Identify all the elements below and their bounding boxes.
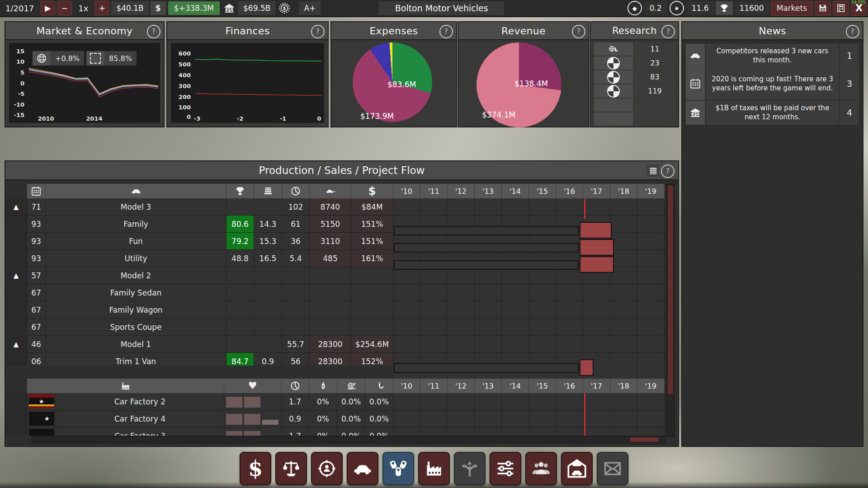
help-button[interactable]: ? xyxy=(311,25,325,38)
horizontal-scrollbar-thumb[interactable] xyxy=(630,437,659,442)
factory-flag: ★ xyxy=(27,427,56,436)
product-name[interactable]: Family Sedan xyxy=(46,284,226,301)
expand-arrow[interactable] xyxy=(5,301,27,318)
product-name[interactable]: Family xyxy=(46,216,226,232)
product-name[interactable]: Model 1 xyxy=(46,336,226,352)
product-name[interactable]: Family Wagon xyxy=(46,301,226,318)
expand-arrow[interactable]: ▲ xyxy=(5,198,27,215)
heart-icon[interactable]: ♥ xyxy=(224,379,281,393)
cash-flow[interactable]: $+338.3M xyxy=(168,1,220,15)
expand-arrow[interactable]: ▲ xyxy=(5,336,27,352)
horizontal-scrollbar[interactable] xyxy=(32,436,665,443)
factory-name[interactable]: Car Factory 2 xyxy=(56,393,224,410)
research-value[interactable]: 83 xyxy=(634,70,676,84)
revenue-title: Revenue ? xyxy=(458,22,589,40)
utilization-pie-icon[interactable] xyxy=(281,379,309,393)
expand-arrow[interactable] xyxy=(5,216,27,232)
stack-icon[interactable] xyxy=(254,184,282,198)
research-value[interactable]: 119 xyxy=(634,84,676,98)
factory-name[interactable]: Car Factory 3 xyxy=(56,427,224,436)
factories-button[interactable] xyxy=(418,452,450,485)
drivetrain-icon[interactable] xyxy=(594,56,633,70)
report-icon xyxy=(836,3,846,13)
gantt-cell xyxy=(393,427,665,436)
credit-rating[interactable]: A+ xyxy=(299,1,321,15)
product-name[interactable]: Model 2 xyxy=(46,267,226,284)
news-item[interactable]: Competitors released 3 new cars this mon… xyxy=(686,44,859,66)
help-button[interactable]: ? xyxy=(572,25,585,38)
government-button[interactable] xyxy=(275,452,307,485)
panel-title-text: News xyxy=(759,25,786,37)
expand-arrow[interactable] xyxy=(5,427,27,436)
table-row[interactable]: 67 Sports Coupe xyxy=(5,319,678,336)
cash-balance[interactable]: $40.1B xyxy=(111,1,148,15)
star-rating-value[interactable]: 11.6 xyxy=(687,1,714,15)
save-button[interactable] xyxy=(815,1,831,16)
distribution-button[interactable] xyxy=(454,452,486,485)
expand-arrow[interactable] xyxy=(5,284,27,301)
table-row[interactable]: ▲ 46 Model 1 55.7 28300 $254.6M xyxy=(5,336,678,353)
dollar-icon[interactable]: $ xyxy=(351,184,393,198)
view-toggle-button[interactable] xyxy=(647,164,659,177)
speed-down-button[interactable]: − xyxy=(57,1,72,15)
table-row[interactable]: 93 Family 80.6 14.3 61 5150 151% xyxy=(5,216,678,233)
vertical-scrollbar-thumb[interactable] xyxy=(667,185,674,394)
mail-button[interactable] xyxy=(597,452,628,485)
tax-amount[interactable]: $69.5B xyxy=(238,1,275,15)
expand-arrow[interactable] xyxy=(5,393,27,410)
hook-icon[interactable] xyxy=(365,379,393,393)
snail-icon[interactable] xyxy=(337,379,365,393)
expand-arrow[interactable]: ▲ xyxy=(5,267,27,284)
product-name[interactable]: Utility xyxy=(46,250,226,267)
dealerships-button[interactable] xyxy=(561,452,593,485)
market-share-value: 85.8% xyxy=(104,51,137,66)
prestige-value[interactable]: 0.2 xyxy=(645,1,667,15)
product-name[interactable]: Sports Coupe xyxy=(46,319,226,335)
trophy-points[interactable]: 11600 xyxy=(735,1,769,15)
factory-icon[interactable] xyxy=(27,379,224,393)
news-item[interactable]: $ $1B of taxes will be paid over the nex… xyxy=(686,101,859,123)
play-button[interactable]: ▶ xyxy=(40,1,55,15)
units-produced-icon[interactable] xyxy=(310,184,351,198)
drivetrain-icon[interactable] xyxy=(594,84,633,98)
reports-button[interactable] xyxy=(833,1,849,16)
table-row[interactable]: ★ Car Factory 3 1.7 0% 0.0% 0.0% xyxy=(5,427,678,436)
marketing-button[interactable] xyxy=(311,452,343,485)
components-button[interactable] xyxy=(382,452,414,485)
vehicles-button[interactable] xyxy=(347,452,378,485)
table-row[interactable]: ▲ 71 Model 3 102 8740 $84M xyxy=(5,198,678,216)
help-button[interactable]: ? xyxy=(846,25,859,38)
drivetrain-icon[interactable] xyxy=(594,70,633,84)
assembly-settings-button[interactable] xyxy=(490,452,521,485)
calendar-icon[interactable] xyxy=(27,184,46,198)
help-button[interactable]: ? xyxy=(661,164,675,178)
product-name[interactable]: Model 3 xyxy=(46,198,226,215)
table-row[interactable]: ★ Car Factory 4 0.9 0% 0.0% 0.0% xyxy=(5,410,678,427)
expand-arrow[interactable] xyxy=(5,233,27,249)
help-button[interactable]: ? xyxy=(661,25,675,38)
expand-arrow[interactable] xyxy=(5,410,27,427)
finances-button[interactable]: $ xyxy=(240,452,271,485)
medal-icon[interactable] xyxy=(309,379,337,393)
markets-button[interactable]: Markets xyxy=(771,1,813,16)
product-name[interactable]: Fun xyxy=(46,233,226,249)
table-row[interactable]: 67 Family Sedan xyxy=(5,284,678,301)
research-value[interactable]: 11 xyxy=(634,42,676,56)
vertical-scrollbar[interactable] xyxy=(666,184,675,437)
help-button[interactable]: ? xyxy=(147,25,160,38)
expand-arrow[interactable] xyxy=(5,319,27,335)
help-button[interactable]: ? xyxy=(439,25,453,38)
factory-name[interactable]: Car Factory 4 xyxy=(56,410,224,427)
table-row[interactable]: 67 Family Wagon xyxy=(5,301,678,319)
research-table: 11 23 83 119 xyxy=(594,42,676,126)
pie-icon[interactable] xyxy=(282,184,310,198)
chassis-icon[interactable] xyxy=(594,42,633,56)
car-icon[interactable] xyxy=(46,184,226,198)
news-item[interactable]: 2020 is coming up fast! There are 3 year… xyxy=(686,67,859,100)
speed-up-button[interactable]: + xyxy=(94,1,109,15)
trophy-icon[interactable] xyxy=(226,184,254,198)
table-row[interactable]: ★ Car Factory 2 1.7 0% 0.0% 0.0% xyxy=(5,393,678,410)
personnel-button[interactable] xyxy=(525,452,557,485)
research-value[interactable]: 23 xyxy=(634,56,676,70)
expand-arrow[interactable] xyxy=(5,250,27,267)
